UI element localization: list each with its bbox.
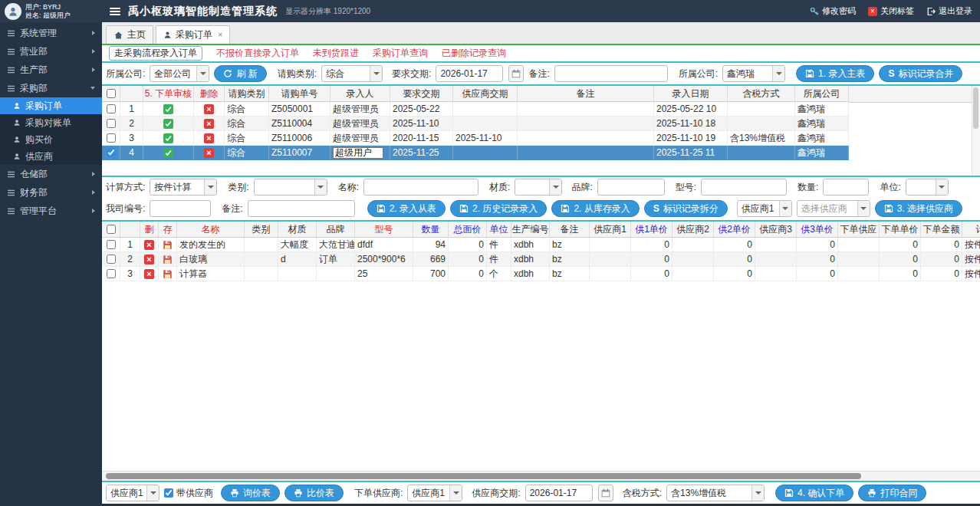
company-select[interactable]: 全部公司 [150, 65, 209, 82]
cell-edit-input[interactable] [333, 147, 383, 159]
table-row[interactable]: 1×发的发生的大幅度大范甘迪dfdf940件xdbhbz00000按件 [102, 238, 980, 252]
company2-select[interactable]: 鑫鸿瑞 [722, 65, 785, 82]
delete-row-icon[interactable]: × [204, 119, 214, 129]
select-all-checkbox[interactable] [107, 89, 116, 98]
sidebar-item-purchasing[interactable]: 采购部 [0, 79, 102, 97]
tab-close-icon[interactable]: × [218, 31, 222, 39]
subtab-direct-entry[interactable]: 不报价直接录入订单 [216, 47, 299, 60]
table-row[interactable]: 4×综合Z51100072025-11-252025-11-25 11鑫鸿瑞 [102, 146, 849, 160]
model-input[interactable] [701, 179, 787, 196]
subtab-process-entry[interactable]: 走采购流程录入订单 [109, 46, 202, 61]
sidebar-item-warehouse[interactable]: 仓储部 [0, 165, 102, 183]
select-all-checkbox[interactable] [107, 225, 116, 234]
delete-row-icon[interactable]: × [204, 148, 214, 158]
tab-home[interactable]: 主页 [106, 25, 153, 44]
tax-mode-select[interactable]: 含13%增值税 [666, 485, 765, 501]
close-tabs-button[interactable]: × 关闭标签 [868, 5, 914, 17]
audit-approved-icon[interactable] [163, 133, 173, 143]
detail-remark-input[interactable] [248, 200, 355, 217]
unit-select[interactable] [906, 179, 949, 196]
audit-approved-icon[interactable] [163, 104, 173, 114]
qty-input[interactable] [823, 179, 869, 196]
row-checkbox[interactable] [107, 240, 116, 249]
delete-row-icon[interactable]: × [204, 133, 214, 143]
table-row[interactable]: 2×综合Z5110004超级管理员2025-11-102025-11-10 18… [102, 117, 849, 131]
merge-records-button[interactable]: S 标识记录合并 [879, 65, 962, 82]
supplier-due-input[interactable] [525, 485, 593, 501]
sidebar-item-system[interactable]: 系统管理 [0, 24, 102, 42]
subtab-deleted-query[interactable]: 已删除记录查询 [442, 47, 506, 60]
avatar[interactable] [5, 3, 21, 20]
hamburger-menu-icon[interactable] [110, 8, 120, 15]
horizontal-scrollbar[interactable] [102, 471, 980, 481]
row-checkbox[interactable] [107, 148, 116, 157]
item-category-select[interactable] [254, 179, 327, 196]
row-checkbox[interactable] [107, 133, 116, 143]
with-supplier-checkbox-input[interactable] [164, 488, 173, 498]
home-icon [113, 31, 123, 40]
sidebar-item-suppliers[interactable]: 供应商 [0, 148, 102, 165]
row-checkbox[interactable] [107, 269, 116, 278]
remark-input[interactable] [554, 65, 668, 82]
order-supplier-select[interactable]: 供应商1 [407, 485, 462, 501]
delete-row-icon[interactable]: × [144, 240, 154, 250]
confirm-order-button[interactable]: 4. 确认下单 [775, 485, 853, 501]
calendar-icon[interactable] [598, 485, 613, 501]
audit-approved-icon[interactable] [163, 119, 173, 129]
table-row[interactable]: 1×综合Z5050001超级管理员2025-05-222025-05-22 10… [102, 102, 849, 117]
supplier-slot-select[interactable]: 供应商1 [737, 200, 792, 217]
table-row[interactable]: 3×计算器257000个xdbhbz00000按件 [102, 267, 980, 281]
inquiry-sheet-button[interactable]: 询价表 [221, 485, 280, 501]
sidebar-item-label: 仓储部 [20, 168, 48, 181]
history-entry-button[interactable]: 2. 历史记录录入 [450, 200, 547, 217]
row-checkbox[interactable] [107, 119, 116, 128]
brand-input[interactable] [597, 179, 665, 196]
table-row[interactable]: 2×白玻璃d订单2500*900*66690件xdbhbz00000按件 [102, 252, 980, 267]
delete-row-icon[interactable]: × [204, 104, 214, 114]
sidebar-item-sales[interactable]: 营业部 [0, 42, 102, 61]
calendar-icon[interactable] [508, 65, 524, 82]
save-row-icon[interactable] [163, 255, 173, 264]
print-contract-button[interactable]: 打印合同 [858, 485, 926, 501]
sidebar-item-purchase-orders[interactable]: 采购订单 [0, 97, 102, 114]
subtab-arrival-followup[interactable]: 未到货跟进 [313, 47, 359, 60]
scrollbar-thumb[interactable] [973, 87, 978, 129]
logout-button[interactable]: 退出登录 [926, 5, 972, 17]
tax-mode-label: 含税方式: [623, 487, 662, 500]
table-row[interactable]: 3×综合Z5110006超级管理员2020-11-152025-11-10202… [102, 131, 849, 146]
choose-supplier-button[interactable]: 3. 选择供应商 [875, 200, 962, 217]
due-date-input[interactable] [436, 65, 503, 82]
with-supplier-checkbox[interactable]: 带供应商 [164, 487, 213, 500]
sidebar-item-production[interactable]: 生产部 [0, 61, 102, 79]
delete-row-icon[interactable]: × [144, 269, 154, 279]
material-select[interactable] [515, 179, 562, 196]
tab-purchase-order[interactable]: 采购订单 × [156, 25, 230, 44]
category-select[interactable]: 综合 [321, 65, 383, 82]
scrollbar-thumb[interactable] [106, 473, 861, 479]
subtab-order-query[interactable]: 采购订单查询 [373, 47, 428, 60]
vertical-scrollbar[interactable] [972, 86, 980, 176]
item-name-input[interactable] [363, 179, 478, 196]
sidebar-item-finance[interactable]: 财务部 [0, 183, 102, 202]
sidebar-item-management-platform[interactable]: 管理平台 [0, 202, 102, 220]
supplier1-select[interactable]: 供应商1 [106, 485, 159, 501]
enter-detail-button[interactable]: 2. 录入从表 [367, 200, 446, 217]
category-label: 类别: [228, 181, 248, 194]
save-row-icon[interactable] [163, 269, 173, 279]
audit-approved-icon[interactable] [163, 148, 173, 158]
row-checkbox[interactable] [107, 104, 116, 113]
delete-row-icon[interactable]: × [144, 255, 154, 264]
split-records-button[interactable]: S 标识记录拆分 [644, 200, 728, 217]
choose-supplier-select[interactable]: 选择供应商 [797, 200, 870, 217]
refresh-button[interactable]: 刷 新 [214, 65, 266, 82]
calc-mode-select[interactable]: 按件计算 [150, 179, 217, 196]
change-password-button[interactable]: 修改密码 [810, 5, 856, 17]
enter-master-button[interactable]: 1. 录入主表 [796, 65, 874, 82]
save-row-icon[interactable] [163, 240, 173, 250]
from-stock-button[interactable]: 2. 从库存录入 [551, 200, 639, 217]
sidebar-item-purchase-price[interactable]: 购买价 [0, 131, 102, 148]
sidebar-item-purchase-statement[interactable]: 采购对账单 [0, 114, 102, 131]
row-checkbox[interactable] [107, 255, 116, 264]
our-code-input[interactable] [150, 200, 211, 217]
compare-sheet-button[interactable]: 比价表 [284, 485, 344, 501]
